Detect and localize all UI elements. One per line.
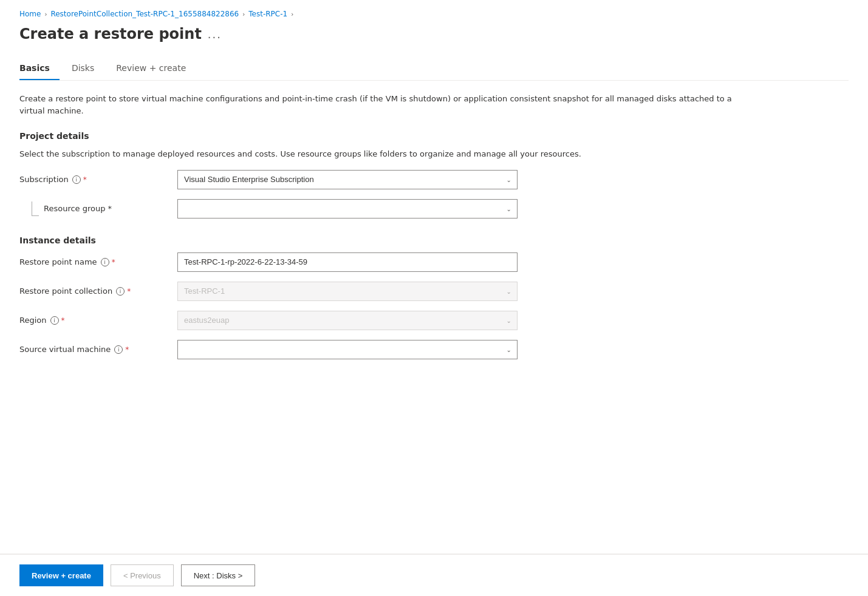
source-vm-info-icon[interactable]: i: [114, 345, 123, 354]
tab-disks[interactable]: Disks: [72, 57, 104, 80]
tab-review-create[interactable]: Review + create: [116, 57, 196, 80]
resource-group-required: *: [108, 204, 112, 213]
region-required: *: [61, 316, 65, 325]
resource-group-select-wrapper: ⌄: [177, 199, 518, 218]
restore-point-name-required: *: [112, 258, 115, 266]
instance-details-section: Instance details Restore point name i * …: [19, 235, 849, 359]
page-description: Create a restore point to store virtual …: [19, 93, 748, 117]
restore-point-collection-select[interactable]: Test-RPC-1: [177, 282, 518, 301]
tabs: Basics Disks Review + create: [19, 57, 849, 81]
region-row: Region i * eastus2euap ⌄: [19, 311, 566, 330]
source-vm-required: *: [125, 345, 129, 354]
subscription-select-wrapper: Visual Studio Enterprise Subscription ⌄: [177, 170, 518, 189]
breadcrumb-rpc[interactable]: Test-RPC-1: [248, 10, 287, 18]
restore-point-name-row: Restore point name i *: [19, 252, 566, 272]
resource-group-select[interactable]: [177, 199, 518, 218]
source-vm-select[interactable]: [177, 340, 518, 359]
restore-point-name-info-icon[interactable]: i: [101, 258, 109, 266]
subscription-label: Subscription: [19, 175, 69, 184]
tab-basics[interactable]: Basics: [19, 57, 60, 80]
resource-group-row: Resource group * ⌄: [19, 199, 566, 218]
instance-details-header: Instance details: [19, 235, 849, 245]
region-label: Region: [19, 316, 47, 325]
page-title-more-button[interactable]: ...: [208, 28, 222, 41]
restore-point-collection-select-wrapper: Test-RPC-1 ⌄: [177, 282, 518, 301]
subscription-row: Subscription i * Visual Studio Enterpris…: [19, 170, 566, 189]
source-vm-row: Source virtual machine i * ⌄: [19, 340, 566, 359]
resource-group-label: Resource group: [44, 204, 106, 213]
restore-point-collection-row: Restore point collection i * Test-RPC-1 …: [19, 282, 566, 301]
restore-point-name-input[interactable]: [177, 252, 518, 272]
project-details-section: Project details Select the subscription …: [19, 131, 849, 218]
source-vm-label: Source virtual machine: [19, 345, 111, 354]
region-info-icon[interactable]: i: [50, 316, 59, 325]
next-button[interactable]: Next : Disks >: [181, 564, 256, 586]
breadcrumb-home[interactable]: Home: [19, 10, 41, 18]
breadcrumb-sep-1: ›: [44, 11, 47, 18]
project-details-description: Select the subscription to manage deploy…: [19, 148, 849, 160]
restore-point-collection-label: Restore point collection: [19, 286, 112, 296]
breadcrumb: Home › RestorePointCollection_Test-RPC-1…: [19, 10, 849, 18]
previous-button[interactable]: < Previous: [111, 564, 174, 586]
subscription-required: *: [83, 175, 87, 184]
subscription-select[interactable]: Visual Studio Enterprise Subscription: [177, 170, 518, 189]
subscription-info-icon[interactable]: i: [72, 175, 81, 184]
restore-point-collection-required: *: [127, 287, 131, 296]
indent-line: [32, 201, 39, 216]
breadcrumb-sep-2: ›: [242, 11, 245, 18]
region-select[interactable]: eastus2euap: [177, 311, 518, 330]
breadcrumb-collection[interactable]: RestorePointCollection_Test-RPC-1_165588…: [50, 10, 239, 18]
page-title: Create a restore point: [19, 25, 202, 42]
restore-point-collection-info-icon[interactable]: i: [116, 287, 125, 296]
breadcrumb-sep-3: ›: [291, 11, 293, 18]
restore-point-name-label: Restore point name: [19, 257, 97, 266]
project-details-header: Project details: [19, 131, 849, 141]
footer: Review + create < Previous Next : Disks …: [0, 554, 868, 596]
region-select-wrapper: eastus2euap ⌄: [177, 311, 518, 330]
review-create-button[interactable]: Review + create: [19, 564, 103, 586]
source-vm-select-wrapper: ⌄: [177, 340, 518, 359]
